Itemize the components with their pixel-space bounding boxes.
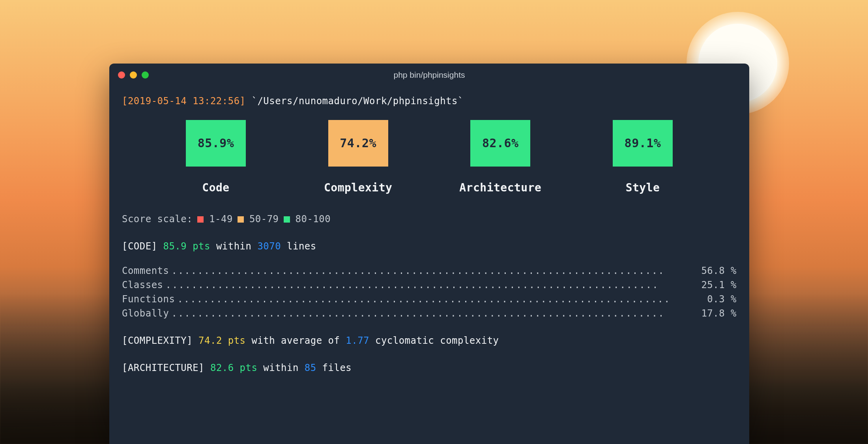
metric-complexity-label: Complexity — [324, 180, 392, 196]
section-architecture-pts: 82.6 pts — [210, 362, 257, 373]
breakdown-globally-value: 17.8 % — [701, 306, 737, 320]
breakdown-classes-value: 25.1 % — [701, 278, 737, 292]
swatch-red-icon — [197, 216, 204, 223]
breakdown-comments: Comments ...............................… — [122, 264, 737, 278]
score-scale-range-orange: 50-79 — [249, 212, 279, 226]
breakdown-classes: Classes ................................… — [122, 278, 737, 292]
titlebar: php bin/phpinsights — [109, 64, 749, 86]
breakdown-comments-label: Comments — [122, 264, 169, 278]
section-architecture-tag: [ARCHITECTURE] — [122, 362, 204, 373]
minimize-icon[interactable] — [130, 71, 137, 79]
metric-complexity-box: 74.2% — [328, 120, 388, 167]
score-scale-legend: Score scale: 1-49 50-79 80-100 — [122, 212, 737, 226]
timestamp-line: [2019-05-14 13:22:56] `/Users/nunomaduro… — [122, 94, 737, 108]
score-scale-range-green: 80-100 — [296, 212, 331, 226]
timestamp: [2019-05-14 13:22:56] — [122, 96, 246, 107]
terminal-body[interactable]: [2019-05-14 13:22:56] `/Users/nunomaduro… — [109, 86, 749, 375]
metric-architecture-value: 82.6% — [482, 135, 519, 152]
score-scale-prefix: Score scale: — [122, 212, 193, 226]
zoom-icon[interactable] — [142, 71, 149, 79]
dots-fill: ........................................… — [169, 264, 701, 278]
window-title: php bin/phpinsights — [109, 70, 749, 80]
code-breakdown: Comments ...............................… — [122, 264, 737, 320]
swatch-orange-icon — [238, 216, 244, 223]
metric-complexity: 74.2% Complexity — [299, 120, 417, 196]
metric-style: 89.1% Style — [584, 120, 702, 196]
section-architecture-mid: within — [257, 362, 304, 373]
metric-cards: 85.9% Code 74.2% Complexity 82.6% Archit… — [122, 108, 737, 196]
section-complexity-num: 1.77 — [346, 335, 369, 346]
window-controls — [118, 71, 149, 79]
metric-code-box: 85.9% — [186, 120, 246, 167]
dots-fill: ........................................… — [163, 278, 702, 292]
section-code-pts: 85.9 pts — [163, 241, 210, 252]
metric-style-box: 89.1% — [613, 120, 673, 167]
close-icon[interactable] — [118, 71, 125, 79]
section-code-num: 3070 — [257, 241, 281, 252]
section-code-title: [CODE] 85.9 pts within 3070 lines — [122, 240, 737, 253]
dots-fill: ........................................… — [169, 306, 701, 320]
breakdown-functions-label: Functions — [122, 292, 175, 306]
section-complexity-mid: with average of — [246, 335, 346, 346]
metric-style-value: 89.1% — [625, 135, 661, 152]
terminal-window: php bin/phpinsights [2019-05-14 13:22:56… — [109, 64, 749, 444]
metric-code-value: 85.9% — [198, 135, 234, 152]
section-complexity-tag: [COMPLEXITY] — [122, 335, 193, 346]
dots-fill: ........................................… — [175, 292, 707, 306]
breakdown-functions-value: 0.3 % — [707, 292, 737, 306]
working-path: `/Users/nunomaduro/Work/phpinsights` — [251, 96, 463, 107]
metric-complexity-value: 74.2% — [340, 135, 376, 152]
metric-code-label: Code — [202, 180, 229, 196]
metric-architecture-label: Architecture — [459, 180, 541, 196]
metric-architecture-box: 82.6% — [470, 120, 530, 167]
section-complexity-tail: cyclomatic complexity — [369, 335, 499, 346]
section-architecture-num: 85 — [305, 362, 316, 373]
breakdown-classes-label: Classes — [122, 278, 163, 292]
section-code-tag: [CODE] — [122, 241, 157, 252]
swatch-green-icon — [284, 216, 290, 223]
section-code-tail: lines — [281, 241, 316, 252]
breakdown-comments-value: 56.8 % — [701, 264, 737, 278]
section-complexity-title: [COMPLEXITY] 74.2 pts with average of 1.… — [122, 334, 737, 348]
section-code-mid: within — [210, 241, 257, 252]
section-complexity-pts: 74.2 pts — [198, 335, 245, 346]
metric-code: 85.9% Code — [157, 120, 275, 196]
metric-style-label: Style — [626, 180, 660, 196]
breakdown-globally: Globally ...............................… — [122, 306, 737, 320]
section-architecture-title: [ARCHITECTURE] 82.6 pts within 85 files — [122, 361, 737, 375]
breakdown-globally-label: Globally — [122, 306, 169, 320]
breakdown-functions: Functions ..............................… — [122, 292, 737, 306]
section-architecture-tail: files — [316, 362, 352, 373]
metric-architecture: 82.6% Architecture — [441, 120, 559, 196]
score-scale-range-red: 1-49 — [209, 212, 233, 226]
